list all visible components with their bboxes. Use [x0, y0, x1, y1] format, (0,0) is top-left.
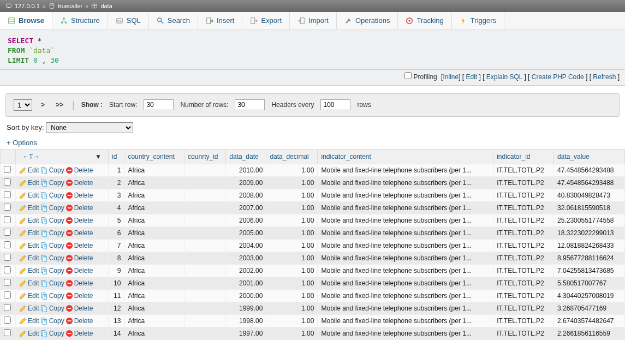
- row-checkbox[interactable]: [4, 329, 11, 336]
- tab-operations[interactable]: Operations: [337, 12, 398, 29]
- breadcrumb-server[interactable]: 127.0.0.1: [15, 3, 40, 9]
- col-header-data_date[interactable]: data_date: [226, 149, 266, 164]
- tab-search[interactable]: Search: [149, 12, 198, 29]
- col-header-id[interactable]: id: [109, 149, 124, 164]
- sql-select: SELECT: [8, 37, 33, 45]
- row-edit-button[interactable]: Edit: [19, 305, 39, 312]
- row-delete-button[interactable]: Delete: [66, 242, 93, 249]
- cell-indicator-content: Mobile and fixed-line telephone subscrib…: [318, 214, 493, 226]
- row-copy-button[interactable]: Copy: [40, 229, 64, 237]
- row-edit-button[interactable]: Edit: [19, 217, 39, 224]
- explain-sql-link[interactable]: Explain SQL: [486, 73, 522, 81]
- row-checkbox[interactable]: [4, 204, 11, 211]
- select-all-header[interactable]: [1, 149, 16, 164]
- row-copy-button[interactable]: Copy: [40, 254, 64, 262]
- row-edit-button[interactable]: Edit: [19, 242, 39, 249]
- row-delete-button[interactable]: Delete: [66, 305, 93, 312]
- row-edit-button[interactable]: Edit: [19, 179, 39, 187]
- page-select[interactable]: 1: [14, 99, 32, 111]
- row-delete-button[interactable]: Delete: [66, 229, 93, 237]
- breadcrumb-table[interactable]: data: [100, 3, 112, 9]
- tab-export[interactable]: Export: [242, 12, 290, 29]
- options-link[interactable]: + Options: [7, 139, 37, 147]
- last-page-button[interactable]: >>: [53, 101, 66, 109]
- row-copy-button[interactable]: Copy: [40, 305, 64, 312]
- tab-sql[interactable]: SQLSQL: [108, 12, 149, 29]
- col-header-country_content[interactable]: country_content: [124, 149, 184, 164]
- view-mode-horizontal-icon[interactable]: ←T→: [22, 153, 39, 160]
- col-header-counrty_id[interactable]: counrty_id: [184, 149, 226, 164]
- row-copy-button[interactable]: Copy: [40, 217, 64, 224]
- next-page-button[interactable]: >: [39, 101, 47, 109]
- row-delete-button[interactable]: Delete: [66, 166, 93, 174]
- row-copy-button[interactable]: Copy: [40, 179, 64, 187]
- row-copy-button[interactable]: Copy: [40, 330, 64, 337]
- row-delete-button[interactable]: Delete: [66, 317, 93, 325]
- refresh-link[interactable]: Refresh: [593, 73, 616, 81]
- row-copy-button[interactable]: Copy: [40, 192, 64, 199]
- tab-insert[interactable]: Insert: [198, 12, 243, 29]
- col-header-data_value[interactable]: data_value: [554, 149, 625, 164]
- row-copy-button[interactable]: Copy: [40, 279, 64, 287]
- row-edit-button[interactable]: Edit: [19, 267, 39, 275]
- row-checkbox[interactable]: [4, 317, 11, 324]
- row-checkbox[interactable]: [4, 279, 11, 286]
- row-delete-button[interactable]: Delete: [66, 279, 93, 287]
- row-edit-button[interactable]: Edit: [19, 254, 39, 262]
- row-delete-button[interactable]: Delete: [66, 254, 93, 262]
- row-checkbox[interactable]: [4, 241, 11, 248]
- row-checkbox[interactable]: [4, 266, 11, 273]
- row-delete-button[interactable]: Delete: [66, 292, 93, 300]
- row-checkbox[interactable]: [4, 229, 11, 236]
- tab-structure[interactable]: Structure: [52, 12, 108, 29]
- row-copy-button[interactable]: Copy: [40, 317, 64, 325]
- tab-import[interactable]: Import: [290, 12, 337, 29]
- tab-browse[interactable]: Browse: [0, 12, 52, 29]
- numrows-input[interactable]: [235, 99, 265, 110]
- row-edit-button[interactable]: Edit: [19, 166, 39, 174]
- tab-triggers[interactable]: Triggers: [452, 12, 504, 29]
- profiling-checkbox[interactable]: [404, 72, 412, 79]
- row-edit-button[interactable]: Edit: [19, 317, 39, 325]
- breadcrumb-db[interactable]: truecaller: [58, 3, 82, 9]
- row-checkbox[interactable]: [4, 191, 11, 198]
- headers-every-input[interactable]: [320, 99, 350, 110]
- tab-tracking[interactable]: Tracking: [398, 12, 451, 29]
- start-row-input[interactable]: [144, 99, 174, 110]
- row-edit-button[interactable]: Edit: [19, 292, 39, 300]
- row-delete-button[interactable]: Delete: [66, 204, 93, 212]
- col-header-data_decimal[interactable]: data_decimal: [266, 149, 318, 164]
- sort-key-select[interactable]: None: [46, 122, 133, 133]
- row-edit-button[interactable]: Edit: [19, 192, 39, 199]
- row-edit-button[interactable]: Edit: [19, 229, 39, 237]
- row-delete-button[interactable]: Delete: [66, 192, 93, 199]
- col-header-indicator_id[interactable]: indicator_id: [493, 149, 554, 164]
- row-checkbox[interactable]: [4, 216, 11, 223]
- row-delete-button[interactable]: Delete: [66, 330, 93, 337]
- row-delete-button[interactable]: Delete: [66, 267, 93, 275]
- row-copy-button[interactable]: Copy: [40, 267, 64, 275]
- edit-sql-link[interactable]: Edit: [466, 73, 477, 81]
- row-edit-button[interactable]: Edit: [19, 204, 39, 212]
- create-php-link[interactable]: Create PHP Code: [532, 73, 584, 81]
- col-header-indicator_content[interactable]: indicator_content: [318, 149, 493, 164]
- row-delete-button[interactable]: Delete: [66, 217, 93, 224]
- sort-desc-icon[interactable]: ▼: [95, 153, 102, 160]
- row-copy-button[interactable]: Copy: [40, 204, 64, 212]
- row-checkbox[interactable]: [4, 178, 11, 186]
- cell-country-content: Africa: [124, 277, 184, 289]
- cell-country-id: [184, 239, 226, 252]
- row-edit-button[interactable]: Edit: [19, 330, 39, 337]
- svg-rect-20: [251, 17, 255, 23]
- row-copy-button[interactable]: Copy: [40, 242, 64, 249]
- inline-link[interactable]: Inline: [443, 73, 459, 81]
- row-copy-button[interactable]: Copy: [40, 166, 64, 174]
- delete-icon: [66, 254, 73, 262]
- row-copy-button[interactable]: Copy: [40, 292, 64, 300]
- row-delete-button[interactable]: Delete: [66, 179, 93, 187]
- row-checkbox[interactable]: [4, 291, 11, 299]
- row-checkbox[interactable]: [4, 304, 11, 311]
- row-checkbox[interactable]: [4, 254, 11, 261]
- row-checkbox[interactable]: [4, 166, 11, 173]
- row-edit-button[interactable]: Edit: [19, 279, 39, 287]
